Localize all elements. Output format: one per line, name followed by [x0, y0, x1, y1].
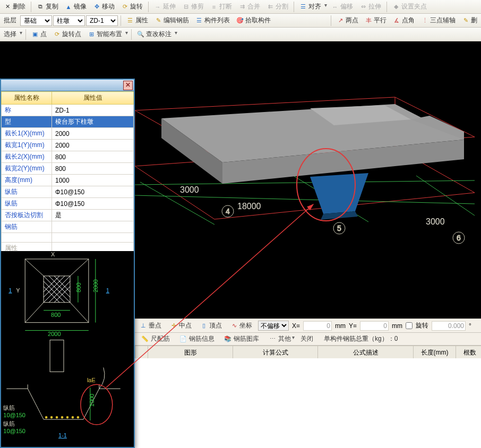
col-length[interactable]: 长度(mm): [414, 346, 456, 360]
prop-value[interactable]: 800: [52, 163, 134, 175]
svg-text:纵筋: 纵筋: [3, 404, 15, 411]
viewport-svg: 3000 18000 3000 4 5 6: [135, 41, 481, 304]
snap-coord[interactable]: ∿坐标: [228, 320, 255, 331]
unit-rot: °: [469, 322, 471, 330]
snap-perp[interactable]: ⊥垂点: [137, 320, 164, 331]
offset-icon: ↔: [331, 3, 339, 11]
svg-line-37: [25, 303, 44, 323]
tab-other[interactable]: ⋯其他: [264, 333, 295, 344]
btn-offset: ↔偏移: [329, 1, 356, 12]
dim-3000b: 3000: [426, 217, 445, 226]
field-rot[interactable]: 0.000: [432, 321, 466, 331]
property-panel-titlebar[interactable]: ✕: [1, 80, 134, 91]
chk-rotate[interactable]: [406, 322, 413, 329]
trim-icon: ⊟: [182, 3, 190, 11]
btn-select[interactable]: 选择: [1, 29, 23, 40]
prop-label: 截宽2(Y)(mm): [2, 163, 52, 175]
col-desc[interactable]: 公式描述: [318, 346, 414, 360]
rebar-grid-body[interactable]: [135, 358, 481, 448]
prop-value[interactable]: Φ10@150: [52, 186, 134, 198]
perp-icon: ⊥: [140, 322, 147, 330]
svg-text:800: 800: [75, 282, 82, 292]
btn-move[interactable]: ✥移动: [90, 1, 117, 12]
btn-mirror[interactable]: ▲镜像: [62, 1, 89, 12]
close-icon[interactable]: ✕: [123, 81, 133, 90]
tab-size-rebar[interactable]: 📏尺配筋: [137, 333, 174, 344]
svg-text:1: 1: [8, 287, 12, 294]
prop-value[interactable]: 2000: [52, 128, 134, 140]
prop-value[interactable]: 2000: [52, 140, 134, 151]
svg-point-69: [81, 384, 113, 425]
field-y[interactable]: 0: [360, 321, 389, 331]
erase-icon: ✎: [462, 17, 469, 24]
svg-text:X: X: [51, 251, 55, 257]
field-x[interactable]: 0: [303, 321, 332, 331]
stretch-icon: ⇔: [359, 3, 367, 11]
prop-col-value: 属性值: [52, 92, 134, 105]
btn-member-list[interactable]: ☰构件列表: [193, 15, 233, 26]
tab-rebar-lib[interactable]: 📚钢筋图库: [220, 333, 263, 344]
move-icon: ✥: [93, 3, 100, 11]
btn-del2[interactable]: ✎删: [459, 15, 480, 26]
preview-svg: X Y 2000 800 2000 800 1 1: [1, 251, 134, 447]
btn-findannot[interactable]: 🔍查改标注: [134, 29, 178, 40]
btn-smartarrange[interactable]: ⊞智能布置: [85, 29, 128, 40]
svg-line-4: [135, 195, 475, 204]
col-formula[interactable]: 计算公式: [233, 346, 318, 360]
svg-text:5: 5: [337, 224, 341, 232]
snap-apex[interactable]: ▯顶点: [197, 320, 225, 331]
prop-value[interactable]: Φ10@150: [52, 198, 134, 210]
btn-rotate[interactable]: ⟳旋转: [118, 1, 145, 12]
threept-icon: ⋮: [421, 17, 428, 24]
col-shape[interactable]: 图形: [148, 346, 233, 360]
btn-pointangle[interactable]: ∡点角: [390, 15, 417, 26]
svg-text:1000: 1000: [89, 394, 95, 407]
prop-value[interactable]: 800: [52, 151, 134, 163]
combo-offset[interactable]: 不偏移: [258, 321, 289, 331]
prop-value[interactable]: [52, 221, 134, 233]
svg-point-60: [77, 416, 79, 418]
btn-pick-member[interactable]: 🎯拾取构件: [234, 15, 273, 26]
property-grid[interactable]: 属性名称 属性值 称ZD-1型棱台形下柱墩截长1(X)(mm)2000截宽1(Y…: [1, 91, 134, 278]
snap-mid[interactable]: ✛中点: [167, 320, 194, 331]
btn-break: ≡打断: [208, 1, 235, 12]
btn-point[interactable]: ▣点: [29, 29, 49, 40]
svg-point-56: [56, 416, 58, 418]
btn-threept[interactable]: ⋮三点辅轴: [418, 15, 458, 26]
btn-copy[interactable]: ⧉复制: [34, 1, 61, 12]
svg-line-38: [70, 303, 89, 323]
unit-y-mm: mm: [392, 322, 402, 330]
edit-rebar-icon: ✎: [154, 17, 162, 24]
prop-value[interactable]: 棱台形下柱墩: [52, 116, 134, 128]
tab-rebar-info[interactable]: 📄钢筋信息: [175, 333, 219, 344]
combo-foundation[interactable]: 基础: [20, 15, 52, 26]
btn-align[interactable]: ☰对齐: [297, 1, 328, 12]
svg-point-57: [61, 416, 63, 418]
col-count[interactable]: 根数: [456, 346, 482, 360]
prop-value[interactable]: [52, 233, 134, 243]
combo-code[interactable]: ZD-1: [86, 15, 118, 26]
prop-value[interactable]: ZD-1: [52, 105, 134, 116]
other-icon: ⋯: [269, 335, 276, 343]
svg-text:纵筋: 纵筋: [3, 420, 15, 427]
svg-point-54: [45, 416, 47, 418]
btn-merge: ⇉合并: [236, 1, 263, 12]
viewport-3d[interactable]: 3000 18000 3000 4 5 6: [135, 41, 481, 304]
prop-label: 钢筋: [2, 221, 52, 233]
svg-text:Y: Y: [16, 287, 20, 294]
rebar-grid-table[interactable]: 图形 计算公式 公式描述 长度(mm) 根数 搭接 损耗(%): [135, 346, 481, 360]
btn-twopoint[interactable]: ↗两点: [334, 15, 361, 26]
svg-text:6: 6: [457, 234, 461, 242]
btn-delete[interactable]: ✕删除: [1, 1, 28, 12]
btn-trim: ⊟修剪: [179, 1, 207, 12]
btn-edit-rebar[interactable]: ✎编辑钢筋: [152, 15, 192, 26]
prop-value[interactable]: 是: [52, 210, 134, 221]
btn-close-tabs[interactable]: 关闭: [296, 333, 317, 344]
btn-rotpoint[interactable]: ⟳旋转点: [50, 29, 84, 40]
align-icon: ☰: [299, 3, 307, 11]
btn-props[interactable]: ☰属性: [124, 15, 151, 26]
combo-pier[interactable]: 柱墩: [53, 15, 85, 26]
btn-parallel[interactable]: 丰平行: [362, 15, 389, 26]
prop-value[interactable]: 1000: [52, 175, 134, 186]
label-rot: 旋转: [416, 321, 428, 330]
